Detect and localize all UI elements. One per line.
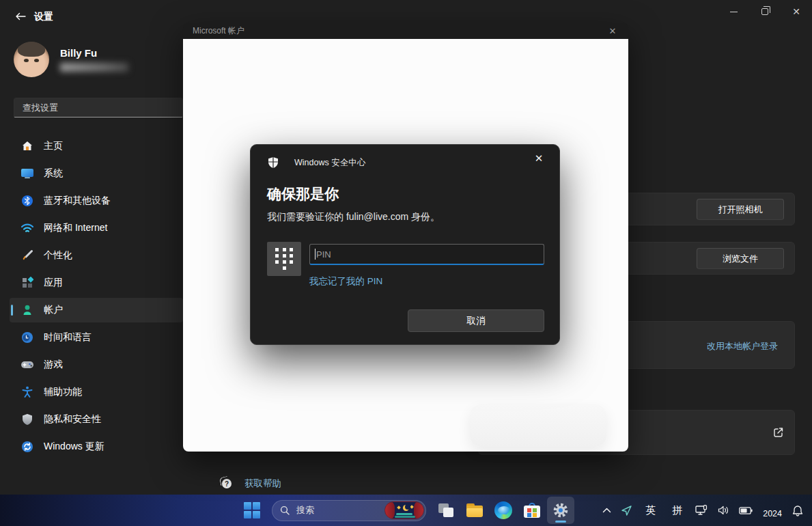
settings-app-button[interactable] — [547, 497, 574, 524]
security-dialog-body-text: 我们需要验证你的 fulin@live.com 身份。 — [267, 211, 440, 223]
forgot-pin-link[interactable]: 我忘记了我的 PIN — [309, 275, 382, 288]
minimize-icon — [730, 12, 738, 12]
window-controls: ✕ — [718, 0, 812, 23]
tray-battery-button[interactable] — [734, 497, 757, 524]
tray-notification-button[interactable] — [787, 497, 808, 524]
close-icon: ✕ — [535, 152, 544, 165]
taskbar-center-group: 搜索 — [238, 495, 575, 526]
tray-volume-button[interactable] — [713, 497, 734, 524]
sidebar-item-gaming[interactable]: 游戏 — [10, 352, 183, 377]
windows-logo-icon — [244, 502, 260, 518]
sidebar-item-label: 系统 — [44, 167, 63, 180]
microsoft-account-close-button[interactable]: ✕ — [604, 25, 621, 37]
pin-input[interactable] — [309, 244, 544, 265]
edge-icon — [494, 501, 512, 519]
user-profile[interactable]: Billy Fu — [14, 42, 128, 77]
accounts-icon — [20, 303, 34, 317]
bell-icon — [792, 505, 803, 516]
store-button[interactable] — [518, 497, 546, 524]
sidebar-item-time-language[interactable]: 时间和语言 — [10, 325, 183, 350]
home-icon — [20, 139, 34, 153]
search-icon — [280, 506, 290, 515]
pin-input-wrap — [309, 244, 544, 265]
windows-security-shield-icon — [267, 156, 279, 169]
sidebar-item-accounts[interactable]: 帐户 — [10, 298, 183, 322]
update-icon — [20, 440, 34, 454]
start-button[interactable] — [238, 497, 266, 524]
security-dialog-close-button[interactable]: ✕ — [529, 150, 548, 167]
shield-icon — [20, 413, 34, 426]
speaker-icon — [718, 506, 729, 515]
accessibility-icon — [20, 385, 34, 399]
sidebar-item-accessibility[interactable]: 辅助功能 — [10, 380, 183, 404]
restore-icon — [761, 8, 768, 15]
ime-pinyin-indicator[interactable]: 拼 — [664, 497, 690, 524]
settings-search-box[interactable] — [14, 98, 183, 117]
sidebar-item-label: 应用 — [44, 277, 63, 289]
close-icon: ✕ — [792, 7, 800, 16]
tray-location-button[interactable] — [616, 497, 637, 524]
sidebar-item-label: 个性化 — [44, 249, 72, 262]
edge-button[interactable] — [490, 497, 517, 524]
chevron-up-icon — [602, 508, 611, 513]
sidebar-item-apps[interactable]: 应用 — [10, 271, 183, 295]
tray-clock[interactable]: 2024 — [757, 497, 787, 524]
gear-icon — [552, 502, 569, 518]
sidebar-item-label: 蓝牙和其他设备 — [44, 195, 111, 207]
sidebar-item-label: 时间和语言 — [44, 331, 92, 344]
pin-keypad-icon — [267, 242, 301, 276]
minimize-button[interactable] — [718, 0, 749, 23]
microsoft-account-title: Microsoft 帐户 — [193, 25, 244, 37]
avatar — [14, 42, 49, 77]
task-view-button[interactable] — [432, 497, 460, 524]
tray-network-button[interactable] — [690, 497, 713, 524]
clock-icon — [20, 331, 34, 344]
sidebar-item-label: 主页 — [44, 140, 63, 152]
external-link-icon[interactable] — [772, 426, 785, 439]
search-highlight-icon[interactable] — [384, 501, 424, 519]
taskbar-tray: 英 拼 — [598, 495, 808, 526]
tray-chevron-up-button[interactable] — [598, 497, 616, 524]
sidebar-item-privacy[interactable]: 隐私和安全性 — [10, 407, 183, 432]
apps-icon — [20, 276, 34, 290]
brush-icon — [20, 249, 34, 262]
taskbar-search-label: 搜索 — [296, 504, 314, 516]
cancel-button[interactable]: 取消 — [408, 309, 544, 332]
store-icon — [524, 503, 540, 518]
security-dialog-app-name: Windows 安全中心 — [294, 157, 365, 169]
task-view-icon — [438, 503, 453, 517]
settings-search-input[interactable] — [14, 102, 151, 113]
screen: 设置 ✕ Billy Fu 主页 — [0, 0, 812, 526]
folder-icon — [466, 503, 483, 517]
security-dialog-header: Windows 安全中心 — [267, 156, 365, 169]
open-camera-button[interactable]: 打开照相机 — [697, 199, 784, 220]
sidebar-item-network[interactable]: 网络和 Internet — [10, 216, 183, 240]
sidebar-item-windows-update[interactable]: Windows 更新 — [10, 434, 183, 459]
local-account-link[interactable]: 改用本地帐户登录 — [707, 340, 778, 352]
sidebar-item-label: Windows 更新 — [44, 441, 104, 453]
profile-texts: Billy Fu — [60, 47, 128, 72]
sidebar-item-label: 游戏 — [44, 359, 63, 371]
page-title: 设置 — [34, 11, 53, 23]
ime-latin-indicator[interactable]: 英 — [637, 497, 664, 524]
sidebar-item-system[interactable]: 系统 — [10, 161, 183, 186]
sidebar-item-home[interactable]: 主页 — [10, 134, 183, 158]
taskbar: 搜索 — [0, 495, 812, 526]
taskbar-search-box[interactable]: 搜索 — [272, 500, 426, 521]
battery-icon — [739, 507, 753, 514]
profile-email-blurred — [60, 63, 128, 72]
get-help-icon: ? — [220, 477, 234, 490]
get-help-link[interactable]: ? 获取帮助 — [220, 477, 281, 490]
windows-security-dialog: Windows 安全中心 ✕ 确保那是你 我们需要验证你的 fulin@live… — [250, 144, 560, 345]
bluetooth-icon — [20, 194, 34, 208]
file-explorer-button[interactable] — [461, 497, 488, 524]
network-monitor-icon — [695, 505, 708, 516]
sidebar-item-bluetooth[interactable]: 蓝牙和其他设备 — [10, 189, 183, 213]
back-button[interactable] — [8, 7, 33, 26]
restore-button[interactable] — [749, 0, 781, 23]
browse-files-button[interactable]: 浏览文件 — [697, 248, 784, 269]
get-help-label: 获取帮助 — [244, 477, 281, 490]
profile-name: Billy Fu — [60, 47, 128, 59]
sidebar-item-personalization[interactable]: 个性化 — [10, 243, 183, 268]
close-button[interactable]: ✕ — [781, 0, 812, 23]
